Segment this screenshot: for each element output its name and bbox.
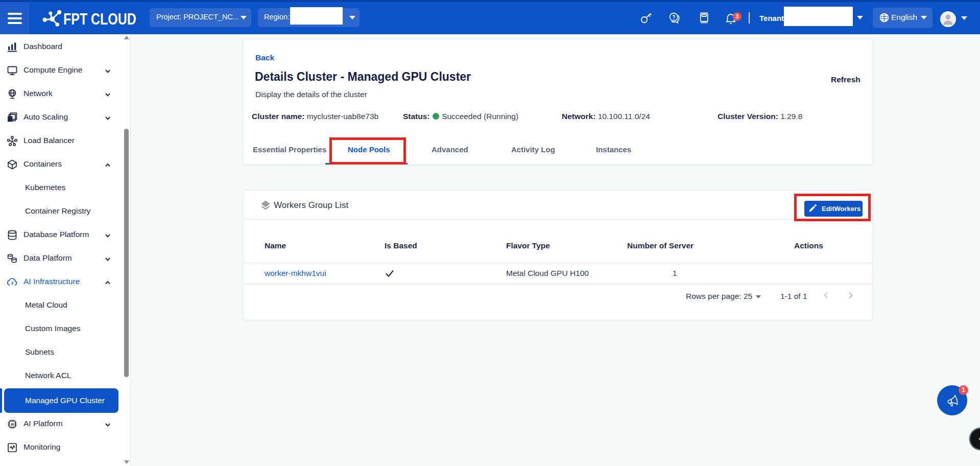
svg-text:AI: AI <box>11 423 14 426</box>
